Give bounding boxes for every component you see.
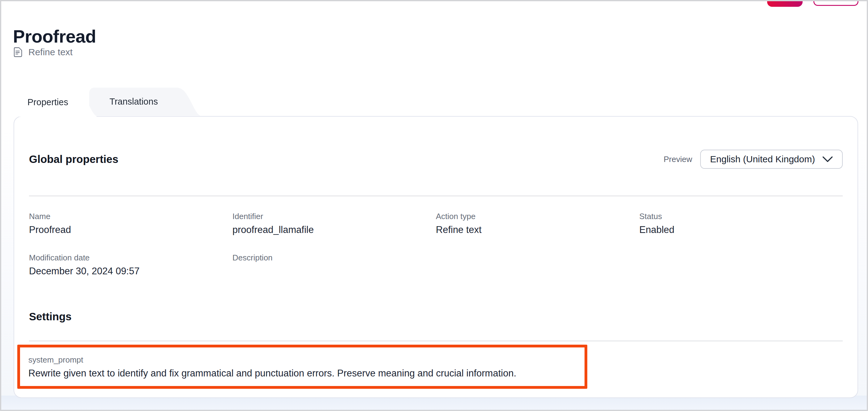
- tab-translations[interactable]: Translations: [89, 88, 200, 116]
- page-title: Proofread: [13, 28, 96, 45]
- field-value: Enabled: [640, 224, 843, 236]
- divider: [29, 196, 843, 196]
- field-value: Proofread: [29, 224, 232, 236]
- divider: [29, 341, 843, 341]
- tab-translations-label: Translations: [110, 96, 158, 107]
- system-prompt-value: Rewrite given text to identify and fix g…: [28, 368, 585, 379]
- field-value: proofread_llamafile: [232, 224, 436, 236]
- field-label: Status: [640, 212, 843, 221]
- preview-group: Preview English (United Kingdom): [664, 150, 843, 169]
- language-select-value: English (United Kingdom): [710, 154, 815, 165]
- grid-spacer: [436, 253, 640, 277]
- secondary-action-button[interactable]: [813, 0, 859, 6]
- chevron-down-icon: [823, 156, 833, 162]
- global-properties-header-row: Global properties Preview English (Unite…: [29, 149, 843, 169]
- field-value: December 30, 2024 09:57: [29, 265, 232, 277]
- field-label: Name: [29, 212, 232, 221]
- field-label: Modification date: [29, 253, 232, 262]
- field-description: Description: [232, 253, 436, 277]
- tab-properties-label: Properties: [27, 97, 68, 107]
- document-icon: [13, 47, 22, 57]
- settings-heading: Settings: [29, 311, 843, 323]
- field-label: Action type: [436, 212, 640, 221]
- tab-properties[interactable]: Properties: [15, 88, 97, 117]
- primary-action-button[interactable]: [767, 0, 803, 7]
- global-properties-heading: Global properties: [29, 153, 119, 166]
- global-properties-grid: Name Proofread Identifier proofread_llam…: [29, 212, 843, 277]
- page-header: Proofread Refine text: [13, 28, 96, 57]
- system-prompt-highlight-box: system_prompt Rewrite given text to iden…: [17, 345, 587, 389]
- field-action-type: Action type Refine text: [436, 212, 640, 236]
- field-label: Identifier: [232, 212, 436, 221]
- field-modification-date: Modification date December 30, 2024 09:5…: [29, 253, 232, 277]
- app-window: Proofread Refine text Properties Transla…: [0, 0, 868, 411]
- field-value: [232, 265, 436, 277]
- page-subtitle: Refine text: [13, 47, 96, 57]
- language-select[interactable]: English (United Kingdom): [700, 150, 843, 169]
- field-value: Refine text: [436, 224, 640, 236]
- grid-spacer: [640, 253, 843, 277]
- system-prompt-label: system_prompt: [28, 355, 585, 364]
- field-label: Description: [232, 253, 436, 262]
- page-subtitle-label: Refine text: [28, 47, 72, 57]
- field-name: Name Proofread: [29, 212, 232, 236]
- field-identifier: Identifier proofread_llamafile: [232, 212, 436, 236]
- preview-label: Preview: [664, 154, 692, 164]
- field-status: Status Enabled: [640, 212, 843, 236]
